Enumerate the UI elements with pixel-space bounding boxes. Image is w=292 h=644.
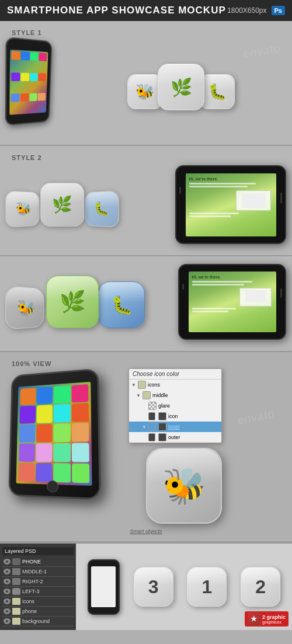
- style2-icons-3: 🐝 🌿 🐛: [6, 183, 119, 227]
- bug-icon-s1: 🐛: [208, 83, 227, 101]
- graphicex-logo-icon: ★: [251, 615, 257, 623]
- right2-layer-icon: [12, 578, 20, 585]
- style1-icons: 🐝 🌿 🐛: [76, 64, 286, 110]
- icon-leaf-main: 🌿: [158, 64, 204, 110]
- phone-shape-s1: [5, 37, 53, 126]
- number-icon-2: 2: [241, 567, 280, 607]
- sidebar-layer-right2[interactable]: RIGHT-2: [2, 577, 74, 587]
- left3-layer-icon: [12, 588, 20, 595]
- layer-middle-row[interactable]: ▼ middle: [129, 390, 221, 401]
- layer-inner-row[interactable]: ▼ inner: [129, 422, 221, 432]
- layer-name-middle: middle: [152, 392, 219, 398]
- phone-screen-s1: [9, 49, 48, 114]
- layer-outer-row[interactable]: ▼ outer: [129, 432, 221, 443]
- layer-arrow-inner: ▼: [142, 424, 147, 430]
- big-icon-100: 🐝: [146, 448, 222, 524]
- layer-glare-row[interactable]: ▼ glare: [129, 401, 221, 411]
- style1-content: 🐝 🌿 🐛: [6, 37, 286, 137]
- number-1: 1: [201, 576, 212, 598]
- layer-name-icons: icons: [148, 382, 219, 388]
- bee-persp-icon: 🐝: [16, 201, 31, 217]
- header-title: SMARTPHONE APP SHOWCASE MOCKUP: [7, 5, 226, 16]
- large-icons: 🐝 🌿 🐛: [6, 276, 145, 328]
- layer-thumb-outer2: [158, 433, 166, 441]
- phone-angled: [8, 366, 128, 514]
- layer-thumb-inner2: [158, 423, 166, 431]
- icon-xl-bee: 🐝: [5, 286, 44, 330]
- middle1-layer-icon: [12, 568, 20, 575]
- icon-xl-bug: 🐛: [98, 281, 145, 328]
- eye-icon-phone[interactable]: [4, 559, 11, 565]
- style2-top-content: 🐝 🌿 🐛 Hi, we're there.: [6, 162, 286, 247]
- leaf-xl-icon: 🌿: [60, 290, 86, 314]
- number-icon-1: 1: [187, 567, 227, 607]
- icon-bee-small: 🐝: [127, 74, 162, 109]
- layer-thumb-icon: [148, 412, 155, 420]
- web-content-s3: Hi, we're there.: [189, 271, 276, 317]
- sidebar-layer-left3[interactable]: LEFT-3: [2, 587, 74, 597]
- layer-icon-row[interactable]: ▼ icon: [129, 411, 221, 422]
- bottom-right-content: 3 1 2 ★ 2 graphic graphicex: [76, 544, 292, 630]
- eye-icon-middle1[interactable]: [4, 569, 11, 575]
- layer-name-glare: glare: [158, 403, 219, 409]
- layer-label-background: background: [22, 618, 72, 624]
- phone-small-screen: [91, 566, 116, 607]
- icon-bug-persp: 🐛: [85, 190, 119, 227]
- eye-icon-bg[interactable]: [4, 618, 11, 624]
- eye-icon-right2[interactable]: [4, 579, 11, 584]
- layer-name-outer: outer: [168, 434, 219, 440]
- web-heading-s3: Hi, we're there.: [192, 275, 273, 279]
- view100-label: 100% VIEW: [6, 357, 286, 368]
- bottom-panel: Layered PSD PHONE MIDDLE-1 RIGHT-2 LEFT-…: [0, 542, 292, 630]
- web-content: Hi, we're there.: [186, 173, 276, 222]
- style2-section-top: STYLE 2 🐝 🌿 🐛 Hi, we're there.: [0, 146, 292, 255]
- bug-persp-icon: 🐛: [93, 201, 109, 217]
- bug-xl-icon: 🐛: [111, 295, 133, 315]
- phone-small-bottom: [88, 559, 120, 615]
- number-icon-3: 3: [134, 567, 173, 607]
- phone-landscape-s3: Hi, we're there.: [178, 264, 286, 340]
- icon-bug-small: 🐛: [200, 74, 235, 109]
- phone-s1: [6, 40, 70, 134]
- number-2: 2: [255, 576, 266, 598]
- style2-label: STYLE 2: [6, 151, 286, 162]
- graphic-label: 2 graphic: [262, 614, 286, 620]
- eye-icon-phone-f[interactable]: [4, 608, 11, 614]
- layer-label-phone: PHONE: [22, 559, 72, 565]
- bee-xl-icon: 🐝: [17, 298, 34, 317]
- style1-section: STYLE 1: [0, 21, 292, 145]
- eye-icon-icons[interactable]: [4, 598, 11, 604]
- web-heading: Hi, we're there.: [189, 177, 273, 181]
- sidebar-layer-middle1[interactable]: MIDDLE-1: [2, 567, 74, 577]
- layer-panel-title: Choose icon color: [129, 369, 221, 380]
- layer-name-inner: inner: [168, 424, 219, 430]
- ps-badge: Ps: [272, 6, 285, 15]
- sidebar-layer-background[interactable]: background: [2, 617, 74, 626]
- header-right: 1800X650px Ps: [227, 6, 285, 15]
- sidebar-layer-phone-f[interactable]: phone: [2, 607, 74, 617]
- layer-label-left3: LEFT-3: [22, 589, 72, 594]
- icon-xl-leaf: 🌿: [46, 276, 99, 328]
- style2-section-lower: 🐝 🌿 🐛 Hi, we're there.: [0, 256, 292, 351]
- web-card: [236, 190, 271, 211]
- view100-right: Choose icon color ▼ icons ▼ middle ▼ gla…: [128, 368, 222, 524]
- layer-thumb-glare: [148, 402, 157, 410]
- layers-sidebar: Layered PSD PHONE MIDDLE-1 RIGHT-2 LEFT-…: [0, 544, 76, 630]
- layer-thumb-outer1: [148, 433, 155, 441]
- style1-label: STYLE 1: [6, 26, 286, 37]
- number-3: 3: [148, 576, 159, 598]
- layer-icons-row[interactable]: ▼ icons: [129, 380, 221, 390]
- phone-angled-screen: [16, 381, 92, 485]
- sidebar-layer-icons[interactable]: icons: [2, 597, 74, 607]
- layer-label-phone-f: phone: [22, 608, 72, 614]
- sidebar-layer-phone[interactable]: PHONE: [2, 557, 74, 567]
- view100-section: 100% VIEW: [0, 352, 292, 541]
- phone-landscape-screen-s3: Hi, we're there.: [189, 271, 276, 332]
- eye-icon-left3[interactable]: [4, 589, 11, 594]
- graphicex-logo: ★: [248, 612, 260, 625]
- section3-content: 🐝 🌿 🐛 Hi, we're there.: [6, 261, 286, 343]
- phone-layer-icon: [12, 558, 20, 565]
- leaf-icon-s1: 🌿: [171, 77, 192, 98]
- icons-layer-icon: [12, 598, 20, 605]
- layer-thumb-icons: [138, 381, 146, 389]
